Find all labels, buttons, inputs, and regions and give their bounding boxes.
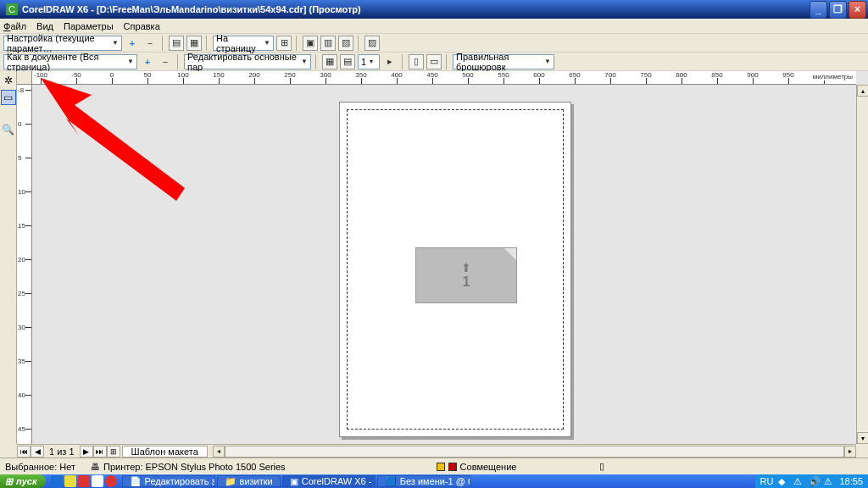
image-placeholder: ⬆ 1 xyxy=(415,247,517,303)
ql-app3-icon[interactable] xyxy=(105,475,117,487)
maximize-button[interactable]: ❐ xyxy=(829,1,847,19)
system-tray: RU ◆ ⚠ 🔊 ⚠ 18:55 xyxy=(755,474,868,488)
page-icon[interactable]: ▯ xyxy=(409,54,424,69)
menu-help[interactable]: Справка xyxy=(124,21,160,31)
tool-dock: ✲ ▭ 🔍 xyxy=(0,71,17,444)
magnifier-icon[interactable]: 🔍 xyxy=(1,122,16,137)
status-bar: Выбранное: Нет 🖶Принтер: EPSON Stylus Ph… xyxy=(0,458,868,474)
add-doc-button[interactable]: + xyxy=(140,54,155,69)
scroll-up-button[interactable]: ▴ xyxy=(857,85,868,97)
grid-icon[interactable]: ▦ xyxy=(322,54,337,69)
tool-d-icon[interactable]: ▨ xyxy=(364,36,380,51)
tray-icon-3[interactable]: 🔊 xyxy=(809,476,819,486)
preset-dropdown[interactable]: Настройка (текущие парамет…▼ xyxy=(3,36,122,51)
tray-icon-4[interactable]: ⚠ xyxy=(824,476,834,486)
grid2-icon[interactable]: ▤ xyxy=(340,54,355,69)
minimize-button[interactable]: _ xyxy=(810,1,827,19)
ql-ie-icon[interactable] xyxy=(51,475,63,487)
prev-page-button[interactable]: ◀ xyxy=(31,446,44,458)
window-titlebar: C CorelDRAW X6 - [D:\FreeMan\ЭльMandarin… xyxy=(0,0,868,19)
page-preview: ⬆ 1 xyxy=(339,102,571,437)
up-arrow-icon: ⬆ xyxy=(461,261,471,274)
workspace: -100-50050100150200250300350400450500550… xyxy=(17,71,868,444)
next-page-button[interactable]: ▶ xyxy=(80,446,93,458)
menu-params[interactable]: Параметры xyxy=(64,21,114,31)
tool-b-icon[interactable]: ▥ xyxy=(320,36,336,51)
remove-preset-button[interactable]: − xyxy=(142,36,158,51)
impose-status: Совмещение xyxy=(437,462,517,472)
vertical-scrollbar[interactable]: ▴ ▾ xyxy=(856,85,868,444)
first-page-button[interactable]: ⏮ xyxy=(17,446,31,458)
horizontal-ruler[interactable]: -100-50050100150200250300350400450500550… xyxy=(32,71,856,85)
page-tab[interactable]: Шаблон макета xyxy=(122,446,208,458)
page-navigator: ⏮ ◀ 1 из 1 ▶ ⏭ ⊞ Шаблон макета ◂ ▸ xyxy=(17,444,856,458)
add-preset-button[interactable]: + xyxy=(125,36,140,51)
windows-logo-icon: ⊞ xyxy=(5,476,13,487)
lang-indicator[interactable]: RU xyxy=(760,476,774,486)
printer-status: 🖶Принтер: EPSON Stylus Photo 1500 Series xyxy=(91,462,286,472)
toolbar-row-1: Настройка (текущие парамет…▼ + − ▤ ▦ На … xyxy=(0,34,868,53)
ruler-corner xyxy=(17,71,32,85)
remove-doc-button[interactable]: − xyxy=(158,54,173,69)
svg-text:C: C xyxy=(8,4,15,14)
toolbar-row-2: Как в документе (Вся страница)▼ + − Реда… xyxy=(0,53,868,71)
swatch2-icon xyxy=(448,463,457,471)
menu-view[interactable]: Вид xyxy=(36,21,53,31)
vertical-ruler[interactable]: -8051015202530354045 xyxy=(17,85,32,444)
tray-icon-2[interactable]: ⚠ xyxy=(793,476,804,486)
zoom-tool-icon[interactable]: ▭ xyxy=(1,90,16,105)
task3-icon: ▣ xyxy=(290,476,298,487)
close-button[interactable]: × xyxy=(849,1,866,19)
layout-btn-2[interactable]: ▦ xyxy=(186,36,202,51)
taskbar: ⊞пуск 📄Редактировать зап… 📁визитки ▣Core… xyxy=(0,474,868,488)
edit-dropdown[interactable]: Редактировать основные пар▼ xyxy=(184,54,311,69)
ruler-unit-label: миллиметры xyxy=(811,73,854,80)
ql-app-icon[interactable] xyxy=(78,475,90,487)
add-page-button[interactable]: ⊞ xyxy=(107,446,120,458)
selection-status: Выбранное: Нет xyxy=(5,462,75,472)
task-item-1[interactable]: 📄Редактировать зап… xyxy=(122,475,215,487)
count-spinner[interactable]: 1▾ xyxy=(358,54,380,69)
window-title: CorelDRAW X6 - [D:\FreeMan\ЭльMandarino\… xyxy=(22,4,808,14)
menu-file[interactable]: Файл xyxy=(3,21,26,31)
extra-status-icon: ▯ xyxy=(599,461,604,472)
horizontal-scrollbar[interactable]: ◂ ▸ xyxy=(213,446,856,458)
doc-dropdown[interactable]: Как в документе (Вся страница)▼ xyxy=(3,54,137,69)
quick-launch xyxy=(51,475,117,487)
pick-tool-icon[interactable]: ✲ xyxy=(1,73,16,88)
tool-a-icon[interactable]: ▣ xyxy=(303,36,318,51)
task4-icon: 🟦 xyxy=(385,476,397,487)
page-margin: ⬆ 1 xyxy=(347,109,564,430)
clock[interactable]: 18:55 xyxy=(839,476,863,486)
brochure-dropdown[interactable]: Правильная брошюровк▼ xyxy=(453,54,554,69)
scroll-left-button[interactable]: ◂ xyxy=(213,446,225,458)
task1-icon: 📄 xyxy=(130,476,142,487)
swatch-icon xyxy=(437,463,445,471)
fit-button[interactable]: ⊞ xyxy=(276,36,292,51)
task-item-3[interactable]: ▣CorelDRAW X6 - [D:\… xyxy=(282,475,376,487)
printer-icon: 🖶 xyxy=(91,462,100,472)
ql-folder-icon[interactable] xyxy=(64,475,76,487)
ql-app2-icon[interactable] xyxy=(92,475,103,487)
placeholder-number: 1 xyxy=(463,274,470,290)
fold-corner-icon xyxy=(504,248,516,260)
main-area: ✲ ▭ 🔍 -100-50050100150200250300350400450… xyxy=(0,71,868,444)
last-page-button[interactable]: ⏭ xyxy=(93,446,107,458)
zoom-dropdown[interactable]: На страницу▼ xyxy=(213,36,274,51)
scroll-right-button[interactable]: ▸ xyxy=(844,446,856,458)
task-item-2[interactable]: 📁визитки xyxy=(217,475,281,487)
start-button[interactable]: ⊞пуск xyxy=(0,474,46,488)
task-item-4[interactable]: 🟦Без имени-1 @ 66,7… xyxy=(377,475,470,487)
tray-icon-1[interactable]: ◆ xyxy=(778,476,788,486)
next-icon[interactable]: ▸ xyxy=(382,54,398,69)
app-icon: C xyxy=(5,3,19,16)
canvas[interactable]: ⬆ 1 xyxy=(32,85,856,444)
page2-icon[interactable]: ▭ xyxy=(426,54,442,69)
layout-btn-1[interactable]: ▤ xyxy=(169,36,184,51)
menubar: Файл Вид Параметры Справка xyxy=(0,19,868,34)
tool-c-icon[interactable]: ▧ xyxy=(338,36,353,51)
task2-icon: 📁 xyxy=(225,476,236,487)
page-indicator: 1 из 1 xyxy=(44,446,80,457)
scroll-down-button[interactable]: ▾ xyxy=(857,432,868,444)
